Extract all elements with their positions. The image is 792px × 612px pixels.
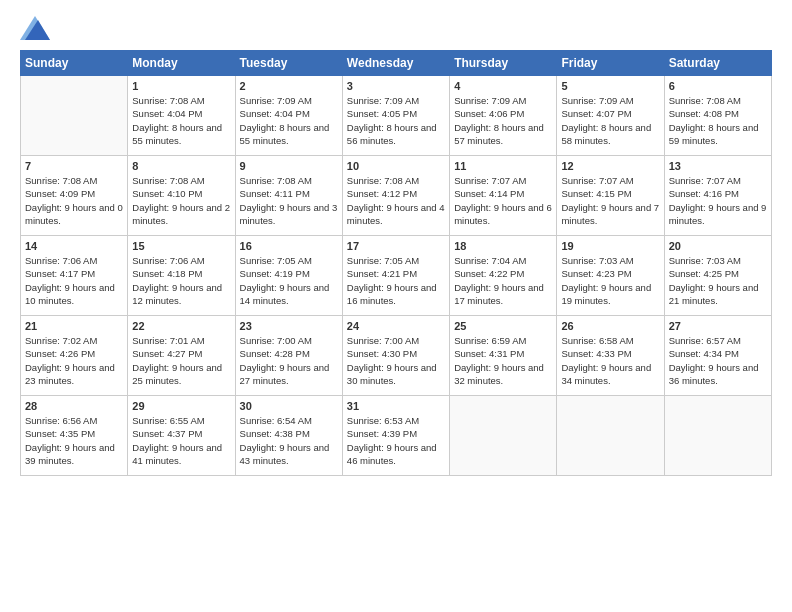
day-number: 11 [454, 160, 552, 172]
page: SundayMondayTuesdayWednesdayThursdayFrid… [0, 0, 792, 612]
day-info: Sunrise: 7:08 AM Sunset: 4:10 PM Dayligh… [132, 174, 230, 227]
calendar-cell: 2Sunrise: 7:09 AM Sunset: 4:04 PM Daylig… [235, 76, 342, 156]
day-number: 27 [669, 320, 767, 332]
day-info: Sunrise: 7:09 AM Sunset: 4:06 PM Dayligh… [454, 94, 552, 147]
day-info: Sunrise: 7:00 AM Sunset: 4:28 PM Dayligh… [240, 334, 338, 387]
calendar-cell: 15Sunrise: 7:06 AM Sunset: 4:18 PM Dayli… [128, 236, 235, 316]
day-info: Sunrise: 7:05 AM Sunset: 4:19 PM Dayligh… [240, 254, 338, 307]
calendar-cell: 13Sunrise: 7:07 AM Sunset: 4:16 PM Dayli… [664, 156, 771, 236]
day-number: 4 [454, 80, 552, 92]
day-info: Sunrise: 7:00 AM Sunset: 4:30 PM Dayligh… [347, 334, 445, 387]
day-info: Sunrise: 6:59 AM Sunset: 4:31 PM Dayligh… [454, 334, 552, 387]
day-number: 15 [132, 240, 230, 252]
day-number: 23 [240, 320, 338, 332]
day-info: Sunrise: 7:04 AM Sunset: 4:22 PM Dayligh… [454, 254, 552, 307]
day-info: Sunrise: 7:08 AM Sunset: 4:09 PM Dayligh… [25, 174, 123, 227]
calendar-cell: 27Sunrise: 6:57 AM Sunset: 4:34 PM Dayli… [664, 316, 771, 396]
day-number: 21 [25, 320, 123, 332]
day-info: Sunrise: 6:54 AM Sunset: 4:38 PM Dayligh… [240, 414, 338, 467]
day-info: Sunrise: 7:02 AM Sunset: 4:26 PM Dayligh… [25, 334, 123, 387]
logo-icon [20, 16, 50, 40]
weekday-header-friday: Friday [557, 51, 664, 76]
day-number: 9 [240, 160, 338, 172]
day-info: Sunrise: 7:05 AM Sunset: 4:21 PM Dayligh… [347, 254, 445, 307]
day-info: Sunrise: 7:07 AM Sunset: 4:14 PM Dayligh… [454, 174, 552, 227]
day-number: 14 [25, 240, 123, 252]
day-info: Sunrise: 7:09 AM Sunset: 4:07 PM Dayligh… [561, 94, 659, 147]
calendar-cell: 5Sunrise: 7:09 AM Sunset: 4:07 PM Daylig… [557, 76, 664, 156]
calendar-week-row: 1Sunrise: 7:08 AM Sunset: 4:04 PM Daylig… [21, 76, 772, 156]
day-info: Sunrise: 6:56 AM Sunset: 4:35 PM Dayligh… [25, 414, 123, 467]
calendar-cell: 22Sunrise: 7:01 AM Sunset: 4:27 PM Dayli… [128, 316, 235, 396]
calendar-cell: 1Sunrise: 7:08 AM Sunset: 4:04 PM Daylig… [128, 76, 235, 156]
day-number: 24 [347, 320, 445, 332]
day-info: Sunrise: 7:03 AM Sunset: 4:25 PM Dayligh… [669, 254, 767, 307]
calendar-cell: 19Sunrise: 7:03 AM Sunset: 4:23 PM Dayli… [557, 236, 664, 316]
day-number: 20 [669, 240, 767, 252]
calendar-cell [450, 396, 557, 476]
calendar-week-row: 7Sunrise: 7:08 AM Sunset: 4:09 PM Daylig… [21, 156, 772, 236]
day-number: 8 [132, 160, 230, 172]
calendar-week-row: 28Sunrise: 6:56 AM Sunset: 4:35 PM Dayli… [21, 396, 772, 476]
day-number: 6 [669, 80, 767, 92]
calendar-cell: 3Sunrise: 7:09 AM Sunset: 4:05 PM Daylig… [342, 76, 449, 156]
day-info: Sunrise: 7:07 AM Sunset: 4:16 PM Dayligh… [669, 174, 767, 227]
weekday-header-row: SundayMondayTuesdayWednesdayThursdayFrid… [21, 51, 772, 76]
calendar-cell: 20Sunrise: 7:03 AM Sunset: 4:25 PM Dayli… [664, 236, 771, 316]
calendar-cell: 28Sunrise: 6:56 AM Sunset: 4:35 PM Dayli… [21, 396, 128, 476]
day-number: 17 [347, 240, 445, 252]
day-number: 31 [347, 400, 445, 412]
calendar-cell: 12Sunrise: 7:07 AM Sunset: 4:15 PM Dayli… [557, 156, 664, 236]
calendar-cell: 11Sunrise: 7:07 AM Sunset: 4:14 PM Dayli… [450, 156, 557, 236]
day-info: Sunrise: 7:08 AM Sunset: 4:08 PM Dayligh… [669, 94, 767, 147]
day-number: 22 [132, 320, 230, 332]
day-info: Sunrise: 7:03 AM Sunset: 4:23 PM Dayligh… [561, 254, 659, 307]
day-info: Sunrise: 7:08 AM Sunset: 4:11 PM Dayligh… [240, 174, 338, 227]
calendar-cell: 23Sunrise: 7:00 AM Sunset: 4:28 PM Dayli… [235, 316, 342, 396]
day-number: 3 [347, 80, 445, 92]
calendar-cell: 6Sunrise: 7:08 AM Sunset: 4:08 PM Daylig… [664, 76, 771, 156]
day-number: 1 [132, 80, 230, 92]
day-info: Sunrise: 7:09 AM Sunset: 4:05 PM Dayligh… [347, 94, 445, 147]
calendar-cell: 14Sunrise: 7:06 AM Sunset: 4:17 PM Dayli… [21, 236, 128, 316]
calendar-cell: 17Sunrise: 7:05 AM Sunset: 4:21 PM Dayli… [342, 236, 449, 316]
day-number: 30 [240, 400, 338, 412]
calendar-cell: 25Sunrise: 6:59 AM Sunset: 4:31 PM Dayli… [450, 316, 557, 396]
weekday-header-saturday: Saturday [664, 51, 771, 76]
weekday-header-wednesday: Wednesday [342, 51, 449, 76]
day-info: Sunrise: 6:55 AM Sunset: 4:37 PM Dayligh… [132, 414, 230, 467]
day-number: 28 [25, 400, 123, 412]
day-number: 13 [669, 160, 767, 172]
day-info: Sunrise: 6:57 AM Sunset: 4:34 PM Dayligh… [669, 334, 767, 387]
day-number: 26 [561, 320, 659, 332]
day-info: Sunrise: 7:07 AM Sunset: 4:15 PM Dayligh… [561, 174, 659, 227]
calendar-cell: 26Sunrise: 6:58 AM Sunset: 4:33 PM Dayli… [557, 316, 664, 396]
calendar-cell: 18Sunrise: 7:04 AM Sunset: 4:22 PM Dayli… [450, 236, 557, 316]
calendar-cell [664, 396, 771, 476]
day-number: 29 [132, 400, 230, 412]
day-number: 16 [240, 240, 338, 252]
calendar-cell: 9Sunrise: 7:08 AM Sunset: 4:11 PM Daylig… [235, 156, 342, 236]
calendar-cell [21, 76, 128, 156]
calendar-week-row: 14Sunrise: 7:06 AM Sunset: 4:17 PM Dayli… [21, 236, 772, 316]
calendar-cell: 7Sunrise: 7:08 AM Sunset: 4:09 PM Daylig… [21, 156, 128, 236]
weekday-header-tuesday: Tuesday [235, 51, 342, 76]
day-number: 10 [347, 160, 445, 172]
header-area [20, 16, 772, 40]
calendar-cell: 10Sunrise: 7:08 AM Sunset: 4:12 PM Dayli… [342, 156, 449, 236]
calendar-cell: 31Sunrise: 6:53 AM Sunset: 4:39 PM Dayli… [342, 396, 449, 476]
calendar-cell: 30Sunrise: 6:54 AM Sunset: 4:38 PM Dayli… [235, 396, 342, 476]
calendar-cell: 29Sunrise: 6:55 AM Sunset: 4:37 PM Dayli… [128, 396, 235, 476]
calendar-week-row: 21Sunrise: 7:02 AM Sunset: 4:26 PM Dayli… [21, 316, 772, 396]
day-info: Sunrise: 7:06 AM Sunset: 4:18 PM Dayligh… [132, 254, 230, 307]
day-info: Sunrise: 6:53 AM Sunset: 4:39 PM Dayligh… [347, 414, 445, 467]
calendar-cell: 8Sunrise: 7:08 AM Sunset: 4:10 PM Daylig… [128, 156, 235, 236]
day-number: 18 [454, 240, 552, 252]
weekday-header-monday: Monday [128, 51, 235, 76]
day-info: Sunrise: 7:09 AM Sunset: 4:04 PM Dayligh… [240, 94, 338, 147]
day-info: Sunrise: 7:01 AM Sunset: 4:27 PM Dayligh… [132, 334, 230, 387]
day-number: 19 [561, 240, 659, 252]
weekday-header-sunday: Sunday [21, 51, 128, 76]
day-info: Sunrise: 7:08 AM Sunset: 4:04 PM Dayligh… [132, 94, 230, 147]
day-info: Sunrise: 7:06 AM Sunset: 4:17 PM Dayligh… [25, 254, 123, 307]
